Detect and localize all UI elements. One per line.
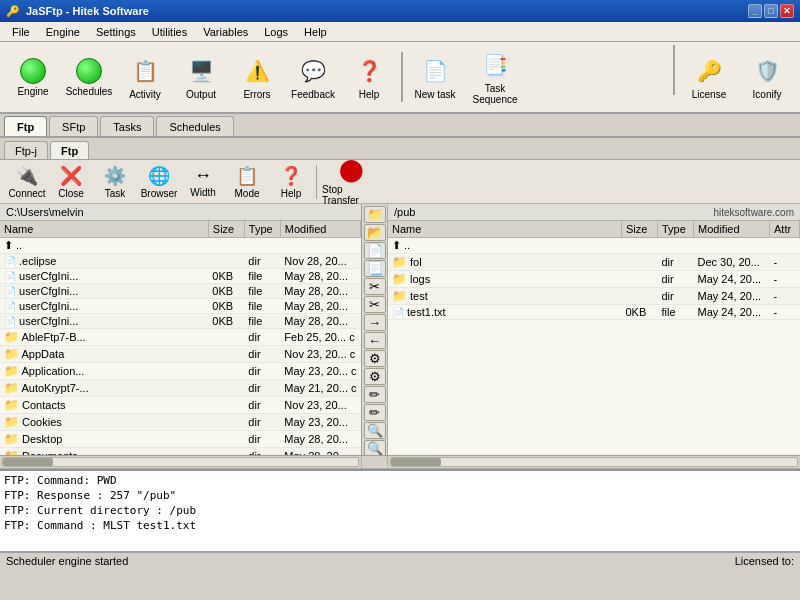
toolbar-license-label: License (692, 89, 726, 100)
ftp-browser-btn[interactable]: 🌐 Browser (138, 162, 180, 202)
table-row[interactable]: 📁 Desktop dir May 28, 20... (0, 431, 361, 448)
tab-schedules[interactable]: Schedules (156, 116, 233, 136)
maximize-button[interactable]: □ (764, 4, 778, 18)
file-name: ⬆ .. (0, 238, 208, 254)
ftp-width-btn[interactable]: ↔️ Width (182, 162, 224, 202)
table-row[interactable]: 📁 AbleFtp7-B... dir Feb 25, 20... c (0, 329, 361, 346)
toolbar-activity[interactable]: 📋 Activity (118, 45, 172, 109)
file-name: 📁 Cookies (0, 414, 208, 431)
table-row[interactable]: 📁 fol dir Dec 30, 20... - (388, 254, 800, 271)
mid-upload-file[interactable]: 📄 (364, 242, 386, 259)
mid-cut-left[interactable]: ✂ (364, 278, 386, 295)
table-row[interactable]: ⬆ .. (0, 238, 361, 254)
toolbar-tasksequence[interactable]: 📑 Task Sequence (464, 45, 526, 109)
toolbar-iconify[interactable]: 🛡️ Iconify (740, 45, 794, 109)
mid-arrow-right[interactable]: → (364, 314, 386, 331)
table-row[interactable]: 📁 AppData dir Nov 23, 20... c (0, 346, 361, 363)
toolbar-feedback[interactable]: 💬 Feedback (286, 45, 340, 109)
toolbar-help[interactable]: ❓ Help (342, 45, 396, 109)
left-col-modified[interactable]: Modified (280, 221, 360, 238)
table-row[interactable]: 📁 Documents dir May 28, 20... (0, 448, 361, 456)
ftp-help-label: Help (281, 188, 302, 199)
left-path-text: C:\Users\melvin (6, 206, 84, 218)
file-modified: May 23, 20... (280, 414, 360, 431)
mid-download-file[interactable]: 📃 (364, 260, 386, 277)
mid-pencil-top[interactable]: ✏ (364, 386, 386, 403)
mid-cut-right[interactable]: ✂ (364, 296, 386, 313)
right-file-table[interactable]: Name Size Type Modified Attr ⬆ .. 📁 fol … (388, 221, 800, 455)
table-row[interactable]: 📄 userCfgIni... 0KB file May 28, 20... (0, 314, 361, 329)
menu-logs[interactable]: Logs (256, 23, 296, 41)
table-row[interactable]: 📄 userCfgIni... 0KB file May 28, 20... (0, 284, 361, 299)
toolbar-schedules[interactable]: Schedules (62, 45, 116, 109)
menu-bar: File Engine Settings Utilities Variables… (0, 22, 800, 42)
stoptransfer-icon: ⬤ (339, 157, 364, 183)
menu-engine[interactable]: Engine (38, 23, 88, 41)
mid-gear-bottom[interactable]: ⚙ (364, 368, 386, 385)
menu-settings[interactable]: Settings (88, 23, 144, 41)
subtab-ftpj[interactable]: Ftp-j (4, 141, 48, 159)
file-type: file (244, 269, 280, 284)
table-row[interactable]: 📁 Contacts dir Nov 23, 20... (0, 397, 361, 414)
mid-gear-top[interactable]: ⚙ (364, 350, 386, 367)
left-file-table[interactable]: Name Size Type Modified ⬆ .. 📄 .eclipse … (0, 221, 361, 455)
right-col-attr[interactable]: Attr (770, 221, 800, 238)
mid-arrow-left[interactable]: ← (364, 332, 386, 349)
left-col-type[interactable]: Type (244, 221, 280, 238)
status-log[interactable]: FTP: Command: PWDFTP: Response : 257 "/p… (0, 469, 800, 551)
ftp-connect-btn[interactable]: 🔌 Connect (6, 162, 48, 202)
table-row[interactable]: 📄 test1.txt 0KB file May 24, 20... - (388, 305, 800, 320)
right-col-name[interactable]: Name (388, 221, 622, 238)
menu-file[interactable]: File (4, 23, 38, 41)
table-row[interactable]: 📁 test dir May 24, 20... - (388, 288, 800, 305)
right-hscroll[interactable] (390, 457, 798, 467)
menu-help[interactable]: Help (296, 23, 335, 41)
close-button[interactable]: ✕ (780, 4, 794, 18)
ftp-stoptransfer-btn[interactable]: ⬤ Stop Transfer (321, 162, 381, 202)
mid-pencil-bottom[interactable]: ✏ (364, 404, 386, 421)
left-col-name[interactable]: Name (0, 221, 208, 238)
table-row[interactable]: 📄 userCfgIni... 0KB file May 28, 20... (0, 299, 361, 314)
ftp-task-btn[interactable]: ⚙️ Task (94, 162, 136, 202)
toolbar-right: 🔑 License 🛡️ Iconify (670, 45, 794, 109)
menu-variables[interactable]: Variables (195, 23, 256, 41)
minimize-button[interactable]: _ (748, 4, 762, 18)
ftp-mode-btn[interactable]: 📋 Mode (226, 162, 268, 202)
subtab-ftp[interactable]: Ftp (50, 141, 89, 159)
toolbar-output[interactable]: 🖥️ Output (174, 45, 228, 109)
ftp-help-btn[interactable]: ❓ Help (270, 162, 312, 202)
right-col-modified[interactable]: Modified (694, 221, 770, 238)
right-table-header: Name Size Type Modified Attr (388, 221, 800, 238)
file-type: dir (658, 271, 694, 288)
table-row[interactable]: ⬆ .. (388, 238, 800, 254)
table-row[interactable]: 📁 AutoKrypt7-... dir May 21, 20... c (0, 380, 361, 397)
table-row[interactable]: 📁 Cookies dir May 23, 20... (0, 414, 361, 431)
table-row[interactable]: 📄 .eclipse dir Nov 28, 20... (0, 254, 361, 269)
toolbar-engine[interactable]: Engine (6, 45, 60, 109)
file-size (208, 448, 244, 456)
toolbar-errors[interactable]: ⚠️ Errors (230, 45, 284, 109)
mid-upload-folder[interactable]: 📁 (364, 206, 386, 223)
left-hscroll[interactable] (2, 457, 359, 467)
mid-search-top[interactable]: 🔍 (364, 422, 386, 439)
mid-search-bottom[interactable]: 🔍 (364, 440, 386, 455)
file-type: dir (244, 346, 280, 363)
file-name: 📁 Contacts (0, 397, 208, 414)
file-modified: May 24, 20... (694, 305, 770, 320)
mid-download-folder[interactable]: 📂 (364, 224, 386, 241)
toolbar-newtask[interactable]: 📄 New task (408, 45, 462, 109)
right-server-text: hiteksoftware.com (713, 207, 794, 218)
tab-sftp[interactable]: SFtp (49, 116, 98, 136)
table-row[interactable]: 📁 logs dir May 24, 20... - (388, 271, 800, 288)
table-row[interactable]: 📄 userCfgIni... 0KB file May 28, 20... (0, 269, 361, 284)
toolbar-license[interactable]: 🔑 License (682, 45, 736, 109)
tab-ftp[interactable]: Ftp (4, 116, 47, 136)
right-col-size[interactable]: Size (622, 221, 658, 238)
right-col-type[interactable]: Type (658, 221, 694, 238)
left-col-size[interactable]: Size (208, 221, 244, 238)
table-row[interactable]: 📁 Application... dir May 23, 20... c (0, 363, 361, 380)
ftp-browser-label: Browser (141, 188, 178, 199)
menu-utilities[interactable]: Utilities (144, 23, 195, 41)
tab-tasks[interactable]: Tasks (100, 116, 154, 136)
ftp-close-btn[interactable]: ❌ Close (50, 162, 92, 202)
